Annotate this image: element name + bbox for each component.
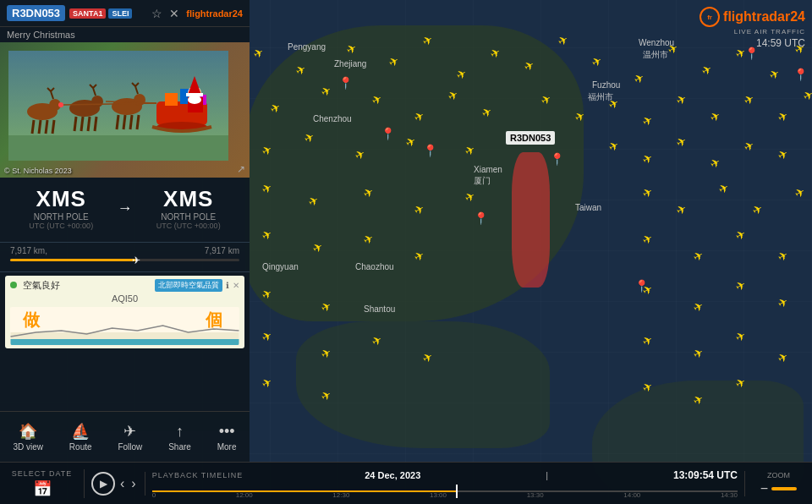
fr24-tagline: LIVE AIR TRAFFIC [734,28,805,36]
aqi-status: 空氣良好 [23,280,60,290]
origin-name: NORTH POLE [10,212,112,222]
progress-fill [10,259,136,261]
tl-date-value: 24 Dec, 2023 [365,470,420,480]
fr24-name: flightradar24 [723,9,805,25]
svg-rect-43 [11,339,239,345]
svg-line-14 [74,117,76,131]
svg-line-17 [95,117,96,131]
dest-iata: XMS [138,186,240,212]
prev-button[interactable]: ‹ [118,474,126,493]
tl-ticks: 0 12:00 12:30 13:00 13:30 14:00 14:30 [152,491,738,499]
share-icon: ↑ [176,423,184,441]
tl-track[interactable]: 0 12:00 12:30 13:00 13:30 14:00 14:30 [152,485,738,498]
aqi-info-icon[interactable]: ℹ [226,281,229,290]
fr24-logo-inner: fr [707,14,712,21]
aqi-status-row: 空氣良好 [10,279,60,292]
route-icon: ⛵ [71,422,90,441]
tag-santa1: SANTA1 [69,8,106,19]
plane-arrow-icon: → [118,200,133,216]
svg-line-24 [123,115,125,129]
pin-icon-6: 📍 [634,279,649,293]
svg-point-11 [58,102,63,107]
svg-rect-32 [165,93,178,106]
svg-line-4 [32,120,34,134]
tl-playback-controls: ▶ ‹ › [85,472,145,496]
aqi-label: 北部即時空氣品質 [155,279,222,292]
tick-1430: 14:30 [721,491,738,499]
next-button[interactable]: › [129,474,137,493]
thumbnail-caption: © St. Nicholas 2023 [4,167,72,175]
tick-1330: 13:30 [527,491,544,499]
aqi-dot [10,282,17,288]
pin-icon-8: 📍 [793,68,808,81]
play-button[interactable]: ▶ [91,472,115,496]
origin-iata: XMS [10,186,112,212]
svg-point-39 [188,96,201,104]
distance-left: 7,917 km, [10,246,47,255]
bottom-toolbar: 🏠 3D view ⛵ Route ✈ Follow ↑ Share ••• M… [0,411,250,462]
more-icon: ••• [219,423,235,441]
aqi-close-icon[interactable]: ✕ [233,281,239,290]
origin-utc: UTC (UTC +00:00) [10,222,112,230]
pin-icon-2: 📍 [381,127,395,140]
left-panel: R3DN053 SANTA1 SLEI ☆ ✕ flightradar24 Me… [0,0,250,431]
distance-total: 7,917 km [205,246,239,255]
aqi-chinese-right: 個 [206,309,222,331]
toolbar-follow[interactable]: ✈ Follow [111,419,149,455]
tick-1230: 12:30 [332,491,349,499]
tl-playback-label: PLAYBACK TIMELINE [152,471,244,479]
close-icon[interactable]: ✕ [169,7,179,20]
tl-select-date[interactable]: SELECT DATE 📅 [0,469,85,498]
flight-callout-label: R3DN053 [506,131,555,145]
route-arrow: → [112,200,138,217]
fr24-time: 14:59 UTC [756,37,805,49]
tick-1200: 12:00 [236,491,253,499]
svg-line-25 [130,115,132,129]
tl-zoom: ZOOM − [744,471,812,496]
pin-icon-4: 📍 [474,211,488,225]
santa-svg [8,51,228,161]
expand-icon[interactable]: ↗ [237,163,245,175]
tl-main[interactable]: PLAYBACK TIMELINE 24 Dec, 2023 | 13:09:5… [145,469,744,498]
land-south [296,321,550,448]
toolbar-share[interactable]: ↑ Share [162,419,198,455]
toolbar-route[interactable]: ⛵ Route [63,419,99,455]
star-icon[interactable]: ☆ [151,7,162,20]
calendar-icon[interactable]: 📅 [33,479,52,498]
dest-name: NORTH POLE [138,212,240,222]
dest-airport: XMS NORTH POLE UTC (UTC +00:00) [138,186,240,230]
fr24-logo-circle: fr [700,7,720,27]
svg-line-16 [88,117,90,131]
tick-0: 0 [152,491,156,499]
svg-line-15 [81,117,83,131]
timeline-bar: SELECT DATE 📅 ▶ ‹ › PLAYBACK TIMELINE 24… [0,462,812,504]
toolbar-3dview[interactable]: 🏠 3D view [6,419,50,455]
svg-point-13 [91,96,103,107]
svg-line-5 [39,120,41,134]
aqi-chart-area: 做 個 [10,307,239,345]
tick-1300: 13:00 [430,491,447,499]
tl-zoom-label: ZOOM [767,471,790,479]
aqi-value: AQI50 [112,293,138,304]
origin-airport: XMS NORTH POLE UTC (UTC +00:00) [10,186,112,230]
toolbar-more[interactable]: ••• More [211,419,244,455]
dest-utc: UTC (UTC +00:00) [138,222,240,230]
tag-slei: SLEI [108,8,132,19]
tl-zoom-controls: − [760,481,797,496]
pin-icon-3: 📍 [423,144,437,157]
route-section: XMS NORTH POLE UTC (UTC +00:00) → XMS NO… [0,178,250,243]
panel-subtitle: Merry Christmas [0,27,250,42]
pin-icon-1: 📍 [338,76,353,90]
fr24-logo-container: fr flightradar24 [700,7,805,27]
tl-date-label: SELECT DATE [12,469,73,478]
fr24-logo-header: flightradar24 [186,8,243,19]
tl-current-time: 13:09:54 UTC [673,469,738,481]
progress-track: ✈ [10,259,239,261]
svg-rect-1 [8,135,228,161]
zoom-out-button[interactable]: − [760,481,768,496]
aqi-banner: 空氣良好 北部即時空氣品質 ℹ ✕ AQI50 做 [5,276,244,348]
svg-line-23 [117,115,118,129]
tl-separator: | [546,470,548,480]
flight-thumbnail: © St. Nicholas 2023 ↗ [0,42,250,178]
svg-line-7 [52,120,54,134]
